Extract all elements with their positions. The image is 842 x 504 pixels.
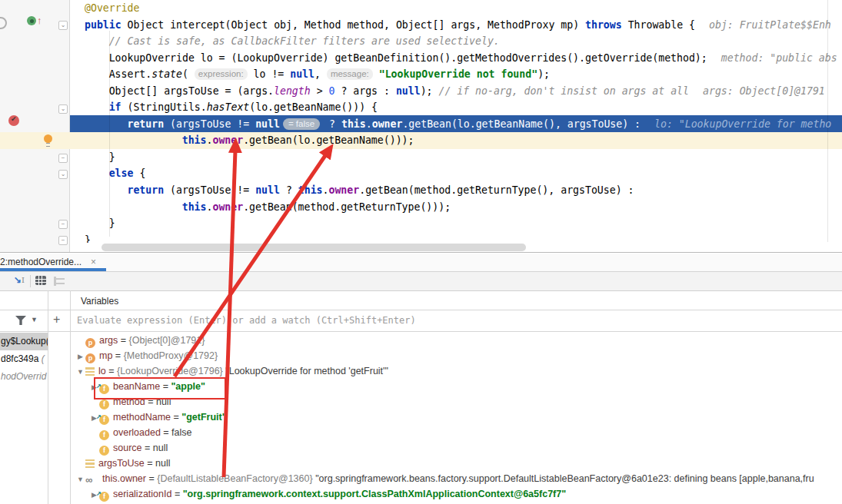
code-line: LookupOverride lo = (LookupOverride) get… <box>70 50 842 67</box>
variable-row-method[interactable]: fmethod = null <box>71 394 842 410</box>
watched-object-icon: ∞ <box>85 475 98 485</box>
variable-row-argsToUse[interactable]: argsToUse = null <box>71 456 842 471</box>
code-line: } <box>70 149 842 166</box>
variable-name: beanName <box>113 381 160 392</box>
debugger-inline-hint: obj: FruitPlate$$Enh <box>709 19 831 31</box>
show-execution-point-icon[interactable]: ↘I <box>14 274 25 285</box>
variable-value: null <box>155 458 170 469</box>
variable-value: "org.springframework.context.support.Cla… <box>183 489 566 499</box>
code-line: Object[] argsToUse = (args.length > 0 ? … <box>70 83 842 100</box>
field-icon: f↗ <box>99 415 109 425</box>
variable-name: argsToUse <box>98 458 145 469</box>
variable-name: overloaded <box>113 427 161 438</box>
right-margin-guide <box>827 0 828 242</box>
parameter-icon: p <box>85 338 95 348</box>
fold-marker-icon[interactable]: − <box>58 220 68 229</box>
code-line: return (argsToUse != null= false ? this.… <box>70 116 842 133</box>
variable-name: methodName <box>113 412 171 423</box>
variable-value: {MethodProxy@1792} <box>124 350 218 361</box>
code-line: this.owner.getBean(lo.getBeanName())); <box>70 132 842 149</box>
variables-pane-title: Variables <box>81 296 118 307</box>
fold-marker-icon[interactable]: ⌄ <box>58 170 68 179</box>
debugger-toolbar: ↘I <box>0 272 842 291</box>
code-line: if (StringUtils.hasText(lo.getBeanName()… <box>70 99 842 116</box>
frame-row[interactable]: d8fc349a ( <box>0 350 48 368</box>
tab-active-underline <box>0 268 106 271</box>
value-bars-icon <box>85 367 95 376</box>
value-bars-icon <box>85 459 95 469</box>
ide-debug-screen: ↑ ⌄ ⌄ − ⌄ − − @Overridepublic Object int… <box>0 0 842 504</box>
variable-value: false <box>171 427 191 438</box>
variable-row-this-owner[interactable]: ▼∞this.owner = {DefaultListableBeanFacto… <box>71 471 842 486</box>
toolbar-separator <box>30 275 31 287</box>
code-line: else { <box>70 165 842 182</box>
layout-settings-icon[interactable] <box>54 278 65 280</box>
add-watch-button[interactable]: + <box>53 313 60 327</box>
fold-marker-icon[interactable]: ⌄ <box>58 104 68 114</box>
watch-overlay-icon: ↗ <box>96 412 102 422</box>
tab-close-icon[interactable]: × <box>91 257 96 267</box>
variable-value: "apple" <box>171 381 205 392</box>
filter-funnel-icon[interactable] <box>15 316 26 325</box>
variable-row-args[interactable]: pargs = {Object[0]@1791} <box>71 333 842 348</box>
watch-overlay-icon: ↗ <box>96 489 102 499</box>
code-line: // Cast is safe, as CallbackFilter filte… <box>70 33 842 50</box>
variable-row-beanName[interactable]: ▶f↗beanName = "apple" <box>71 379 842 394</box>
view-as-grid-icon[interactable] <box>35 276 46 285</box>
horizontal-scrollbar[interactable] <box>102 244 526 251</box>
layout-settings-icon[interactable] <box>54 283 65 284</box>
field-icon: f↗ <box>99 492 109 502</box>
watch-overlay-icon: ↗ <box>96 381 102 391</box>
fold-marker-icon[interactable]: ⌄ <box>58 21 68 30</box>
chevron-down-icon[interactable]: ▼ <box>75 472 85 487</box>
variable-value: {LookupOverride@1796} <box>117 366 225 376</box>
variable-value: null <box>153 443 168 453</box>
code-line: return (argsToUse != null ? this.owner.g… <box>70 182 842 199</box>
chevron-right-icon[interactable]: ▶ <box>75 349 85 364</box>
debugger-panel: 2:methodOverride... × ↘I Variables ▼ + E… <box>0 252 842 504</box>
breakpoint-verified-icon[interactable] <box>8 115 19 126</box>
frame-row[interactable]: gy$Lookup( <box>0 333 48 350</box>
code-editor[interactable]: ↑ ⌄ ⌄ − ⌄ − − @Overridepublic Object int… <box>0 0 842 252</box>
intention-bulb-icon[interactable] <box>44 134 52 143</box>
fold-marker-icon[interactable]: − <box>58 236 68 245</box>
code-lines[interactable]: @Overridepublic Object intercept(Object … <box>70 0 842 243</box>
variable-name: lo <box>98 366 106 376</box>
frame-row[interactable]: hodOverrid <box>0 368 48 386</box>
variable-value: "org.springframework.beans.factory.suppo… <box>315 473 814 484</box>
parameter-hint-chip: message: <box>327 68 373 80</box>
parameter-hint-chip: expression: <box>195 68 248 80</box>
indent-guide <box>109 31 110 237</box>
filter-caret-icon[interactable]: ▼ <box>31 316 38 323</box>
variable-value: {Object[0]@1791} <box>129 335 205 346</box>
inline-value-chip: = false <box>283 118 320 130</box>
debugger-tab-bar: 2:methodOverride... × <box>0 254 842 272</box>
variable-value: "getFruit" <box>181 412 226 423</box>
editor-gutter: ↑ ⌄ ⌄ − ⌄ − − <box>0 0 70 252</box>
variable-value: null <box>156 396 171 407</box>
variable-row-overloaded[interactable]: foverloaded = false <box>71 425 842 440</box>
variable-row-methodName[interactable]: ▶f↗methodName = "getFruit" <box>71 410 842 425</box>
variables-tree[interactable]: pargs = {Object[0]@1791}▶pmp = {MethodPr… <box>71 333 842 504</box>
variable-row-source[interactable]: fsource = null <box>71 440 842 456</box>
variable-row-serializationId[interactable]: ▶f↗serializationId = "org.springframewor… <box>71 486 842 502</box>
code-line: } <box>70 232 842 243</box>
override-arrow-icon: ↑ <box>37 15 42 26</box>
tab-method-override[interactable]: 2:methodOverride... <box>0 257 82 267</box>
variable-row-lo[interactable]: ▼lo = {LookupOverride@1796} "LookupOverr… <box>71 363 842 379</box>
evaluate-expression-input[interactable]: Evaluate expression (Enter) or add a wat… <box>77 315 416 326</box>
debugger-inline-hint: args: Object[0]@1791 <box>703 85 825 97</box>
variable-row-mp[interactable]: ▶pmp = {MethodProxy@1792} <box>71 348 842 363</box>
chevron-down-icon[interactable]: ▼ <box>75 364 85 380</box>
field-icon: f <box>99 430 109 440</box>
parameter-icon: p <box>85 353 95 363</box>
fold-marker-icon[interactable]: − <box>58 154 68 163</box>
debugger-inline-hint: lo: "LookupOverride for metho <box>654 118 831 130</box>
field-icon: f <box>99 400 109 410</box>
debugger-inline-hint: method: "public abs <box>721 52 837 64</box>
variable-value: "LookupOverride for method 'getFruit'" <box>225 366 388 376</box>
frames-list[interactable]: gy$Lookup(d8fc349a (hodOverrid <box>0 333 48 504</box>
overriding-method-icon[interactable] <box>27 16 36 25</box>
variable-name: this.owner <box>102 473 146 484</box>
variable-name: mp <box>99 350 112 361</box>
